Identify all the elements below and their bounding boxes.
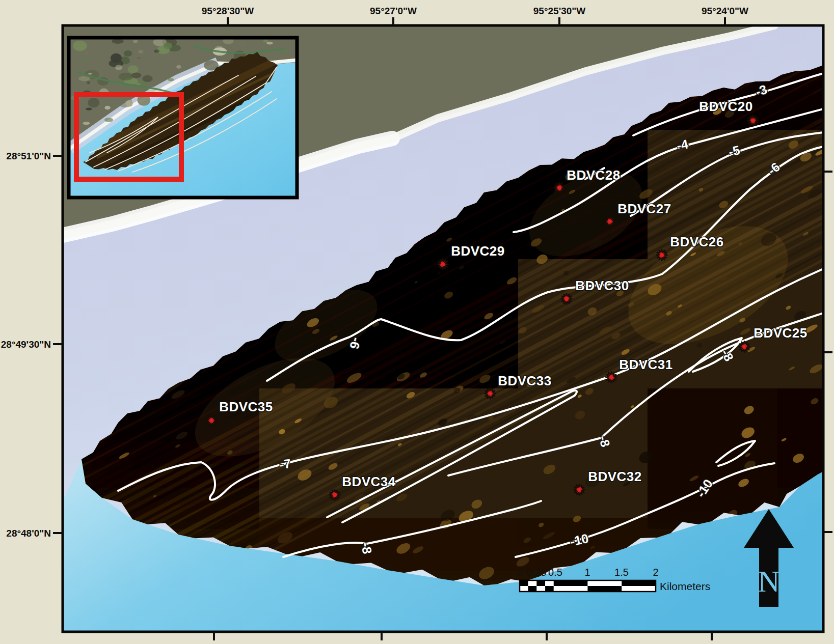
sample-label: BDVC25 <box>754 325 808 341</box>
map-canvas: -3 -4 -5 -6 -6 -7 -8 -8 -8 -10 -10 BDVC2… <box>0 0 834 644</box>
longitude-label: 95°24'0"W <box>702 6 748 16</box>
inset-map <box>69 37 297 198</box>
sample-label: BDVC28 <box>567 167 621 183</box>
scale-unit-label: Kilometers <box>660 580 710 592</box>
north-arrow-letter: N <box>758 565 779 598</box>
scale-bar-segments <box>520 580 656 592</box>
sample-label: BDVC31 <box>619 357 673 372</box>
scale-tick-label: 1.5 <box>614 567 629 578</box>
latitude-label: 28°48'0"N <box>6 528 51 539</box>
sample-label: BDVC29 <box>451 243 505 259</box>
longitude-label: 95°28'30"W <box>202 6 254 16</box>
scale-tick-label: 2 <box>653 567 658 578</box>
sample-label: BDVC33 <box>498 373 552 388</box>
sample-label: BDVC32 <box>588 469 642 484</box>
contour-label: -7 <box>279 456 292 472</box>
sample-label: BDVC30 <box>575 278 629 293</box>
scale-tick-label: 1 <box>584 567 590 578</box>
sample-label: BDVC34 <box>342 474 396 489</box>
latitude-label: 28°51'0"N <box>6 151 51 161</box>
scale-tick-label: 0.25 <box>527 567 547 578</box>
latitude-label: 28°49'30"N <box>1 339 51 350</box>
sample-label: BDVC35 <box>219 399 273 414</box>
contour-label: -8 <box>359 542 375 555</box>
scale-tick-label: 0.5 <box>548 567 562 578</box>
longitude-label: 95°27'0"W <box>370 6 417 16</box>
map-content: -3 -4 -5 -6 -6 -7 -8 -8 -8 -10 -10 BDVC2… <box>0 0 834 644</box>
longitude-label: 95°25'30"W <box>533 6 586 16</box>
map-figure: -3 -4 -5 -6 -6 -7 -8 -8 -8 -10 -10 BDVC2… <box>0 0 834 644</box>
sample-label: BDVC20 <box>699 99 753 114</box>
scale-tick-label: 0 <box>517 567 522 578</box>
sample-label: BDVC26 <box>670 234 724 249</box>
sample-label: BDVC27 <box>617 201 671 216</box>
